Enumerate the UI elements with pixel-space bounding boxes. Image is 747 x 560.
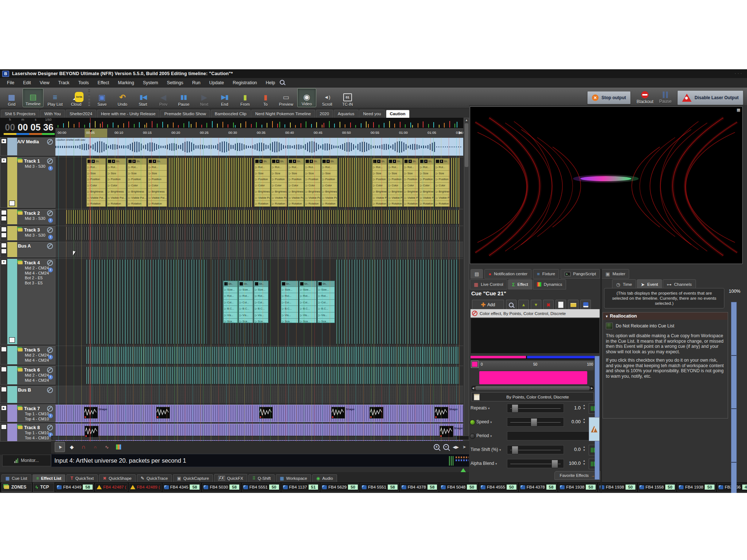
clip-param-row[interactable]: ▷ Size xyxy=(372,170,387,176)
menu-item-registration[interactable]: Registration xyxy=(229,79,261,86)
spinner[interactable]: ▲▼ xyxy=(583,459,585,466)
effect-list-item-selected[interactable]: Color effect, By Points, Color Control, … xyxy=(471,309,600,318)
clip-param-row[interactable]: ▷ Rot... xyxy=(239,293,253,299)
toolbar-video-button[interactable]: Video xyxy=(297,88,316,107)
clip-param-row[interactable]: ▷ Rot... xyxy=(281,293,298,299)
clip-menu-icon[interactable]: ▾ xyxy=(393,160,396,163)
spinner[interactable]: ▲▼ xyxy=(583,445,585,452)
toolbar-cloud-button[interactable]: betaCloud xyxy=(67,88,86,107)
clip-param-row[interactable]: ▷ Rot... xyxy=(87,164,105,170)
clip-param-row[interactable]: ▷ Color xyxy=(419,182,434,188)
timeline-clip[interactable]: ▾Sh.▷ Rot...▷ Size▷ Position▷ Color▷ Bri… xyxy=(372,158,387,207)
mute-icon[interactable] xyxy=(47,139,53,145)
track-checkbox[interactable] xyxy=(1,216,7,221)
scroll-right-icon[interactable]: ▶ xyxy=(590,386,594,390)
tab-master[interactable]: Master xyxy=(601,269,629,279)
info-icon[interactable]: ! xyxy=(48,268,53,272)
clip-param-row[interactable]: ▷ Vis... xyxy=(299,312,316,318)
timeline-tab-nerd-night-pokemon-timeline[interactable]: Nerd Night Pokemon Timeline xyxy=(251,110,315,118)
clip-param-row[interactable]: ▷ Rotation xyxy=(404,201,418,207)
waveform-clip[interactable] xyxy=(84,407,98,419)
lane-track-2[interactable] xyxy=(55,209,463,225)
track-checkbox[interactable] xyxy=(1,367,7,372)
clip-param-row[interactable]: ▷ Visible Poi... xyxy=(255,195,270,201)
clip-param-row[interactable]: ▷ Size... xyxy=(281,287,298,293)
timeline-tab-need-you[interactable]: Need you xyxy=(359,110,385,118)
clip-param-row[interactable]: ▷ Brightness xyxy=(107,188,126,195)
clip-param-row[interactable]: ▷ Position xyxy=(404,176,418,182)
track-checkbox[interactable] xyxy=(1,233,7,238)
clip-param-row[interactable]: ▷ Brightness xyxy=(404,188,418,195)
timeline-clip[interactable]: ▾Sh.▷ Rot...▷ Size▷ Position▷ Color▷ Bri… xyxy=(107,158,126,207)
mute-icon[interactable] xyxy=(47,367,53,373)
lane-bus-b[interactable] xyxy=(55,386,463,403)
clip-param-row[interactable]: ▷ Sca... xyxy=(299,318,316,323)
clip-param-row[interactable]: ▷ Col... xyxy=(239,299,253,306)
clip-param-row[interactable]: ▷ Size... xyxy=(318,287,334,293)
clip-param-row[interactable]: ▷ Brightness xyxy=(271,188,287,195)
device-status-fb4-4378[interactable]: FB4 437858 xyxy=(400,483,439,491)
timeline-horizontal-scrollbar[interactable] xyxy=(51,436,469,440)
menu-item-run[interactable]: Run xyxy=(188,79,205,86)
device-status-fb4-1938[interactable]: FB4 193850 xyxy=(598,483,637,491)
bottom-tab-quicktrace[interactable]: QuickTrace xyxy=(137,474,172,482)
clip-param-row[interactable]: ▷ Visible Poi... xyxy=(435,195,449,201)
menu-item-help[interactable]: Help xyxy=(262,79,279,86)
slider-thumb[interactable] xyxy=(512,404,518,413)
menu-item-file[interactable]: File xyxy=(3,79,18,86)
timeline-clip[interactable]: Sh..▷ Size...▷ Rot...▷ Col...▷ B.C...▷ V… xyxy=(299,281,317,323)
device-status-fb4-5030[interactable]: FB4 503058 xyxy=(202,483,241,491)
delete-button[interactable]: ✖ xyxy=(543,300,554,310)
timeline-tab-aquarius[interactable]: Aquarius xyxy=(334,110,358,118)
clip-param-row[interactable]: ▷ Sca... xyxy=(224,318,237,323)
clip-param-row[interactable]: ▷ Rotation xyxy=(107,201,126,207)
slider-track-repeats[interactable] xyxy=(507,404,564,413)
track-checkbox[interactable] xyxy=(1,424,7,429)
zones-button[interactable]: ZONES xyxy=(1,483,32,492)
timeline-clip[interactable]: Sh..▷ Size...▷ Rot...▷ Col...▷ B.C...▷ V… xyxy=(281,281,298,323)
disable-laser-output-button[interactable]: Disable Laser Output xyxy=(677,90,743,105)
toolbar-end-button[interactable]: End xyxy=(215,88,234,107)
tab-copy[interactable] xyxy=(471,269,483,279)
playhead-line[interactable] xyxy=(90,118,90,442)
lane-track-4[interactable]: Sh..▷ Size...▷ Rot...▷ Col...▷ B.C...▷ V… xyxy=(55,258,463,345)
new-button[interactable] xyxy=(556,300,566,310)
add-button[interactable]: ✚Add xyxy=(472,300,504,310)
lane-track-7[interactable]: ShapeShapeShape xyxy=(55,404,463,422)
zoom-out-icon[interactable]: − xyxy=(443,444,449,450)
clip-param-row[interactable]: ▷ Size xyxy=(271,170,287,176)
clip-menu-icon[interactable]: ▾ xyxy=(377,160,380,163)
toolbar-play-list-button[interactable]: Play List xyxy=(45,88,65,107)
clip-param-row[interactable]: ▷ Rot... xyxy=(299,293,316,299)
track-checkbox[interactable] xyxy=(9,201,15,206)
menu-item-settings[interactable]: Settings xyxy=(163,79,187,86)
tab-dynamics[interactable]: Dynamics xyxy=(533,279,566,289)
effect-list[interactable] xyxy=(471,318,600,354)
clip-param-row[interactable]: ▷ Rot... xyxy=(254,293,268,299)
clip-param-row[interactable]: ▷ Rotation xyxy=(305,201,320,207)
clip-param-row[interactable]: ▷ Visible Poi... xyxy=(288,195,303,201)
clip-param-row[interactable]: ▷ Color xyxy=(107,182,126,188)
clip-param-row[interactable]: ▷ Rot... xyxy=(388,164,402,170)
effect-type-bar[interactable]: By Points, Color Control, Discrete xyxy=(471,392,594,401)
clip-param-row[interactable]: ▷ Vis... xyxy=(239,312,253,318)
mute-icon[interactable] xyxy=(47,387,53,393)
timeline-clip[interactable]: ▾Sh.▷ Rot...▷ Size▷ Position▷ Color▷ Bri… xyxy=(435,158,450,207)
clip-param-row[interactable]: ▷ Brightness xyxy=(288,188,303,195)
clip-param-row[interactable]: ▷ Position xyxy=(388,176,402,182)
menu-item-marking[interactable]: Marking xyxy=(114,79,138,86)
clip-param-row[interactable]: ▷ Size xyxy=(388,170,402,176)
waveform-clip[interactable] xyxy=(85,426,98,438)
toolbar-scroll-button[interactable]: Scroll xyxy=(318,88,337,107)
device-status-fb4-5551[interactable]: FB4 555150 xyxy=(242,483,280,491)
info-icon[interactable]: ! xyxy=(48,375,53,380)
track-checkbox[interactable] xyxy=(1,243,7,248)
move-down-button[interactable]: ▼ xyxy=(531,300,541,310)
track-checkbox[interactable] xyxy=(1,347,7,352)
tempo-button[interactable] xyxy=(589,417,600,441)
clip-param-row[interactable]: ▷ Color xyxy=(435,182,449,188)
radio-period[interactable] xyxy=(470,433,475,439)
clip-menu-icon[interactable]: ▾ xyxy=(409,160,412,163)
clip-menu-icon[interactable]: ▾ xyxy=(153,160,156,163)
clip-param-row[interactable]: ▷ Rot... xyxy=(305,164,320,170)
